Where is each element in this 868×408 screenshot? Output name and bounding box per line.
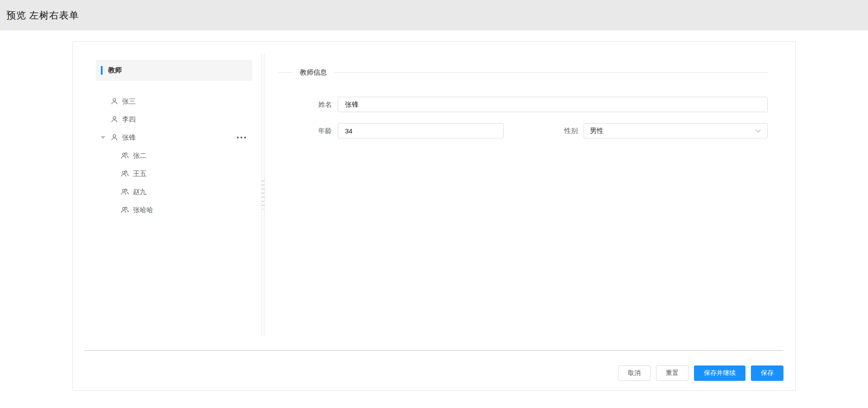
tree-node-5[interactable]: 王五 <box>96 165 252 183</box>
tree-node-3[interactable]: 张锋 <box>96 128 252 147</box>
tree-node-2[interactable]: 李四 <box>96 110 252 128</box>
form-row-name: 姓名 <box>278 97 768 112</box>
form-row-age-gender: 年龄 性别 男性 <box>278 123 768 138</box>
main-card: 教师 张三李四张锋张二王五赵九张哈哈 教师信息 姓名 年龄 <box>72 41 796 391</box>
team-icon <box>121 152 129 159</box>
caret-down-icon <box>101 136 105 139</box>
gender-field-group: 性别 男性 <box>524 123 768 138</box>
team-icon <box>121 170 129 177</box>
age-input[interactable] <box>338 123 504 138</box>
gender-select-value: 男性 <box>590 127 755 135</box>
team-icon <box>121 188 129 195</box>
content-row: 教师 张三李四张锋张二王五赵九张哈哈 教师信息 姓名 年龄 <box>96 53 767 337</box>
tree-node-label: 张三 <box>122 97 136 106</box>
form-panel: 教师信息 姓名 年龄 性别 男性 <box>265 53 768 337</box>
team-icon <box>121 206 129 213</box>
more-actions-icon[interactable] <box>237 137 246 138</box>
save-continue-button[interactable]: 保存并继续 <box>694 365 745 381</box>
tree-node-label: 李四 <box>122 115 136 124</box>
reset-button[interactable]: 重置 <box>656 365 689 381</box>
accent-bar <box>101 66 103 75</box>
gender-select[interactable]: 男性 <box>584 123 768 138</box>
tree-node-label: 张二 <box>133 152 146 160</box>
tree-panel: 教师 张三李四张锋张二王五赵九张哈哈 <box>96 53 252 337</box>
tree-node-6[interactable]: 赵九 <box>96 183 252 201</box>
tree-node-label: 赵九 <box>133 188 146 196</box>
divider-line <box>334 72 768 73</box>
person-icon <box>111 116 118 123</box>
tree-node-7[interactable]: 张哈哈 <box>96 201 252 219</box>
age-label: 年龄 <box>278 127 332 135</box>
page-title: 预览 左树右表单 <box>6 9 79 22</box>
panel-splitter[interactable] <box>261 53 265 337</box>
person-icon <box>111 98 118 105</box>
footer-divider <box>85 350 783 351</box>
tree-node-label: 张哈哈 <box>133 206 153 214</box>
tree-node-4[interactable]: 张二 <box>96 147 252 165</box>
caret-slot[interactable] <box>101 136 111 139</box>
divider-line <box>278 72 292 73</box>
chevron-down-icon <box>755 129 761 133</box>
topbar: 预览 左树右表单 <box>0 0 868 30</box>
tree-node-label: 王五 <box>133 170 146 178</box>
splitter-handle-icon <box>262 180 264 209</box>
age-field-group: 年龄 <box>278 123 504 138</box>
tree-list: 张三李四张锋张二王五赵九张哈哈 <box>96 92 252 219</box>
tree-node-label: 张锋 <box>122 133 136 142</box>
gender-label: 性别 <box>524 127 578 135</box>
footer-buttons: 取消 重置 保存并继续 保存 <box>73 365 783 381</box>
person-icon <box>111 134 118 141</box>
name-label: 姓名 <box>278 100 332 109</box>
tree-node-1[interactable]: 张三 <box>96 92 252 110</box>
tree-root-label: 教师 <box>108 66 122 75</box>
cancel-button[interactable]: 取消 <box>618 365 651 381</box>
name-input[interactable] <box>338 97 768 112</box>
save-button[interactable]: 保存 <box>751 365 783 381</box>
section-divider: 教师信息 <box>278 68 768 77</box>
tree-root-node[interactable]: 教师 <box>96 60 252 81</box>
section-title: 教师信息 <box>300 68 327 77</box>
